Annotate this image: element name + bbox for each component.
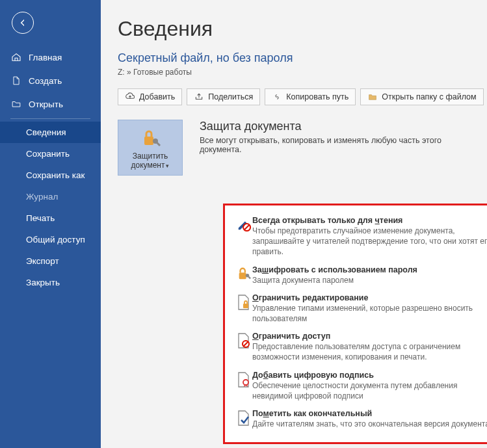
menu-item-desc: Дайте читателям знать, что это окончател… (252, 419, 487, 429)
svg-point-9 (243, 380, 248, 385)
share-button[interactable]: Поделиться (187, 88, 260, 105)
menu-item-title: Зашифровать с использованием пароля (252, 265, 487, 274)
protect-section-title: Защита документа (200, 120, 473, 133)
sidebar-item-new[interactable]: Создать (0, 69, 101, 92)
protect-document-menu: Всегда открывать только для чтения Чтобы… (223, 204, 487, 444)
menu-item-desc: Управление типами изменений, которые раз… (252, 303, 487, 324)
link-icon (272, 92, 282, 102)
sidebar-label: Сохранить как (26, 170, 85, 180)
menu-item-restrict-editing[interactable]: Ограничить редактирование Управление тип… (229, 289, 487, 328)
document-block-icon (235, 333, 252, 349)
menu-item-desc: Защита документа паролем (252, 275, 487, 285)
back-button[interactable] (12, 12, 34, 34)
lock-key-icon (235, 267, 252, 281)
share-icon (194, 92, 204, 102)
backstage-sidebar: Главная Создать Открыть Сведения Сохрани… (0, 0, 101, 448)
upload-button[interactable]: Добавить (118, 88, 182, 105)
home-icon (10, 51, 22, 63)
menu-item-desc: Обеспечение целостности документа путем … (252, 380, 487, 401)
new-doc-icon (10, 75, 22, 86)
upload-icon (125, 92, 135, 102)
menu-item-title: Добавить цифровую подпись (252, 371, 487, 380)
document-ribbon-icon (235, 372, 252, 388)
menu-item-title: Ограничить редактирование (252, 293, 487, 302)
menu-item-add-signature[interactable]: Добавить цифровую подпись Обеспечение це… (229, 367, 487, 405)
open-folder-button[interactable]: Открыть папку с файлом (360, 88, 483, 105)
sidebar-label: Закрыть (26, 278, 60, 287)
sidebar-item-share[interactable]: Общий доступ (0, 229, 101, 250)
svg-rect-6 (243, 304, 248, 308)
sidebar-item-home[interactable]: Главная (0, 46, 101, 69)
document-title: Секретный файл, но без пароля (118, 51, 487, 65)
chevron-down-icon: ▾ (166, 163, 169, 169)
sidebar-label: Сведения (26, 127, 66, 137)
sidebar-label: Журнал (26, 192, 58, 202)
arrow-left-icon (18, 18, 28, 28)
menu-item-title: Всегда открывать только для чтения (252, 216, 487, 225)
sidebar-label: Экспорт (26, 256, 59, 266)
svg-rect-4 (239, 272, 246, 279)
lock-key-icon (139, 128, 161, 148)
svg-rect-0 (144, 137, 153, 145)
menu-item-restrict-access[interactable]: Ограничить доступ Предоставление пользов… (229, 328, 487, 366)
document-path: Z: » Готовые работы (118, 68, 487, 77)
protect-document-button[interactable]: Защитить документ▾ (118, 120, 183, 176)
folder-open-icon (10, 98, 22, 110)
main-content: Сведения Секретный файл, но без пароля Z… (101, 0, 487, 448)
sidebar-item-open[interactable]: Открыть (0, 92, 101, 116)
sidebar-label: Сохранить (26, 149, 70, 159)
sidebar-label: Открыть (29, 99, 63, 109)
sidebar-label: Печать (26, 213, 55, 223)
sidebar-item-print[interactable]: Печать (0, 207, 101, 229)
sidebar-item-close[interactable]: Закрыть (0, 272, 101, 293)
sidebar-item-history: Журнал (0, 186, 101, 207)
sidebar-label: Создать (29, 76, 62, 86)
menu-item-title: Ограничить доступ (252, 332, 487, 341)
protect-section-desc: Все могут открывать, копировать и изменя… (200, 136, 473, 154)
sidebar-item-info[interactable]: Сведения (0, 122, 101, 143)
protect-section: Защитить документ▾ Защита документа Все … (118, 120, 487, 176)
menu-item-encrypt[interactable]: Зашифровать с использованием пароля Защи… (229, 261, 487, 289)
copy-path-button[interactable]: Копировать путь (265, 88, 356, 105)
sidebar-item-save-as[interactable]: Сохранить как (0, 165, 101, 186)
info-toolbar: Добавить Поделиться Копировать путь Откр… (118, 88, 487, 105)
document-lock-icon (235, 295, 252, 310)
document-check-icon (235, 410, 252, 426)
pencil-block-icon (235, 217, 252, 231)
page-title: Сведения (118, 17, 487, 41)
svg-line-3 (244, 225, 249, 230)
sidebar-item-save[interactable]: Сохранить (0, 143, 101, 165)
menu-item-title: Пометить как окончательный (252, 409, 487, 418)
menu-item-read-only[interactable]: Всегда открывать только для чтения Чтобы… (229, 212, 487, 261)
sidebar-divider (10, 118, 90, 119)
menu-item-desc: Чтобы предотвратить случайное изменение … (252, 226, 487, 257)
sidebar-item-export[interactable]: Экспорт (0, 250, 101, 272)
sidebar-label: Главная (29, 53, 62, 62)
menu-item-mark-final[interactable]: Пометить как окончательный Дайте читател… (229, 405, 487, 433)
menu-item-desc: Предоставление пользователям доступа с о… (252, 341, 487, 362)
folder-icon (367, 92, 378, 102)
sidebar-label: Общий доступ (26, 235, 85, 244)
